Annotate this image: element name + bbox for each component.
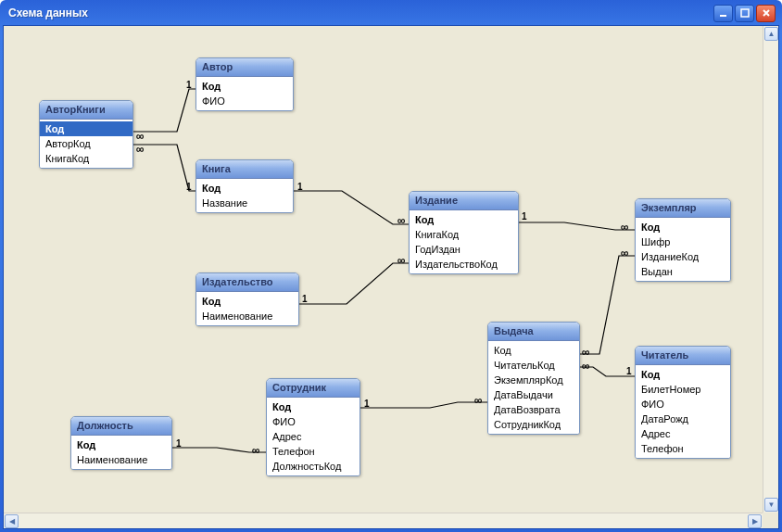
- field-item[interactable]: Код: [196, 294, 298, 309]
- table-dolzhnost[interactable]: Должность Код Наименование: [70, 416, 172, 470]
- cardinality-one: 1: [522, 211, 527, 222]
- field-item[interactable]: СотрудникКод: [488, 417, 579, 432]
- cardinality-many: ∞: [582, 346, 588, 359]
- table-avtorknigi[interactable]: АвторКниги Код АвторКод КнигаКод: [39, 100, 133, 169]
- table-fields: Код ФИО Адрес Телефон ДолжностьКод: [267, 398, 359, 475]
- table-izdatelstvo[interactable]: Издательство Код Наименование: [196, 272, 299, 326]
- cardinality-many: ∞: [136, 143, 143, 156]
- field-item[interactable]: ГодИздан: [410, 242, 518, 257]
- table-header[interactable]: Сотрудник: [267, 379, 359, 398]
- field-item[interactable]: ДолжностьКод: [267, 459, 359, 474]
- field-item[interactable]: Адрес: [636, 426, 730, 441]
- window: Схема данных: [0, 0, 782, 532]
- field-item[interactable]: Код: [196, 181, 293, 196]
- table-kniga[interactable]: Книга Код Название: [196, 159, 294, 213]
- chevron-right-icon: ▶: [752, 517, 758, 526]
- cardinality-one: 1: [626, 366, 632, 376]
- table-fields: Код Шифр ИзданиеКод Выдан: [636, 218, 730, 281]
- table-fields: Код Наименование: [71, 436, 171, 469]
- close-icon: [762, 8, 771, 18]
- scroll-corner: [763, 513, 778, 528]
- field-item[interactable]: Код: [410, 212, 518, 227]
- table-header[interactable]: АвторКниги: [40, 101, 132, 120]
- table-fields: Код БилетНомер ФИО ДатаРожд Адрес Телефо…: [636, 365, 730, 458]
- field-item[interactable]: Код: [636, 367, 730, 382]
- table-header[interactable]: Автор: [196, 58, 293, 77]
- close-button[interactable]: [756, 5, 776, 22]
- table-fields: Код КнигаКод ГодИздан ИздательствоКод: [410, 210, 518, 273]
- field-item[interactable]: Шифр: [636, 234, 730, 249]
- field-item[interactable]: Наименование: [196, 309, 298, 323]
- cardinality-one: 1: [176, 438, 182, 449]
- field-item[interactable]: БилетНомер: [636, 382, 730, 397]
- field-item[interactable]: АвторКод: [40, 136, 132, 151]
- minimize-icon: [719, 8, 728, 18]
- field-item[interactable]: КнигаКод: [40, 151, 132, 166]
- scroll-right-button[interactable]: ▶: [748, 514, 762, 528]
- field-item[interactable]: Телефон: [636, 441, 730, 456]
- field-item[interactable]: ДатаВыдачи: [488, 387, 579, 402]
- svg-rect-0: [720, 15, 726, 17]
- minimize-button[interactable]: [713, 5, 733, 22]
- field-item[interactable]: Название: [196, 196, 293, 210]
- field-item[interactable]: Код: [71, 437, 171, 452]
- field-item[interactable]: Код: [636, 220, 730, 234]
- field-item[interactable]: Наименование: [71, 452, 171, 467]
- table-fields: Код АвторКод КнигаКод: [40, 120, 132, 168]
- field-item[interactable]: ДатаРожд: [636, 412, 730, 426]
- field-item[interactable]: ФИО: [196, 94, 293, 108]
- client-area: ∞ 1 ∞ 1 1 ∞ 1 ∞ 1 ∞ ∞ ∞ 1 ∞ 1 ∞ 1 ∞ Авто…: [3, 25, 779, 529]
- field-item[interactable]: Код: [488, 343, 579, 358]
- vertical-scrollbar[interactable]: ▲ ▼: [763, 26, 778, 513]
- cardinality-many: ∞: [136, 130, 143, 143]
- maximize-button[interactable]: [735, 5, 754, 22]
- field-item[interactable]: ИзданиеКод: [636, 249, 730, 264]
- chevron-down-icon: ▼: [768, 500, 776, 509]
- cardinality-many: ∞: [621, 221, 627, 234]
- scroll-left-button[interactable]: ◀: [5, 514, 19, 528]
- cardinality-one: 1: [186, 182, 192, 192]
- chevron-left-icon: ◀: [9, 517, 15, 526]
- table-vydacha[interactable]: Выдача Код ЧитательКод ЭкземплярКод Дата…: [487, 322, 580, 435]
- table-izdanie[interactable]: Издание Код КнигаКод ГодИздан Издательст…: [409, 191, 519, 274]
- table-header[interactable]: Экземпляр: [636, 199, 730, 218]
- table-chitatel[interactable]: Читатель Код БилетНомер ФИО ДатаРожд Адр…: [635, 346, 731, 459]
- cardinality-many: ∞: [474, 394, 481, 407]
- table-fields: Код ФИО: [196, 77, 293, 110]
- table-fields: Код Наименование: [196, 292, 298, 325]
- table-header[interactable]: Должность: [71, 417, 171, 436]
- field-item[interactable]: Выдан: [636, 264, 730, 279]
- scroll-up-button[interactable]: ▲: [764, 27, 778, 41]
- field-item[interactable]: ФИО: [267, 414, 359, 429]
- field-item[interactable]: ИздательствоКод: [410, 257, 518, 272]
- field-item[interactable]: Код: [196, 79, 293, 94]
- table-avtor[interactable]: Автор Код ФИО: [196, 57, 294, 111]
- table-fields: Код Название: [196, 179, 293, 212]
- field-item[interactable]: ЧитательКод: [488, 358, 579, 373]
- field-item[interactable]: ФИО: [636, 397, 730, 412]
- horizontal-scrollbar[interactable]: ◀ ▶: [4, 513, 763, 528]
- field-item[interactable]: ЭкземплярКод: [488, 373, 579, 387]
- field-item[interactable]: Код: [40, 121, 132, 136]
- table-header[interactable]: Выдача: [488, 323, 579, 341]
- cardinality-one: 1: [297, 182, 303, 192]
- table-header[interactable]: Книга: [196, 160, 293, 179]
- cardinality-many: ∞: [252, 444, 259, 457]
- field-item[interactable]: Код: [267, 399, 359, 414]
- chevron-up-icon: ▲: [768, 30, 776, 38]
- svg-rect-1: [741, 9, 749, 17]
- titlebar: Схема данных: [3, 3, 779, 25]
- cardinality-many: ∞: [397, 214, 404, 227]
- table-header[interactable]: Читатель: [636, 347, 730, 365]
- field-item[interactable]: Телефон: [267, 444, 359, 459]
- cardinality-one: 1: [186, 80, 192, 90]
- table-sotrudnik[interactable]: Сотрудник Код ФИО Адрес Телефон Должност…: [266, 378, 360, 476]
- table-header[interactable]: Издание: [410, 192, 518, 210]
- table-ekzemplyar[interactable]: Экземпляр Код Шифр ИзданиеКод Выдан: [635, 198, 731, 282]
- scroll-down-button[interactable]: ▼: [764, 498, 778, 512]
- field-item[interactable]: ДатаВозврата: [488, 402, 579, 417]
- field-item[interactable]: КнигаКод: [410, 227, 518, 242]
- diagram-canvas[interactable]: ∞ 1 ∞ 1 1 ∞ 1 ∞ 1 ∞ ∞ ∞ 1 ∞ 1 ∞ 1 ∞ Авто…: [4, 26, 763, 513]
- field-item[interactable]: Адрес: [267, 429, 359, 444]
- table-header[interactable]: Издательство: [196, 273, 298, 292]
